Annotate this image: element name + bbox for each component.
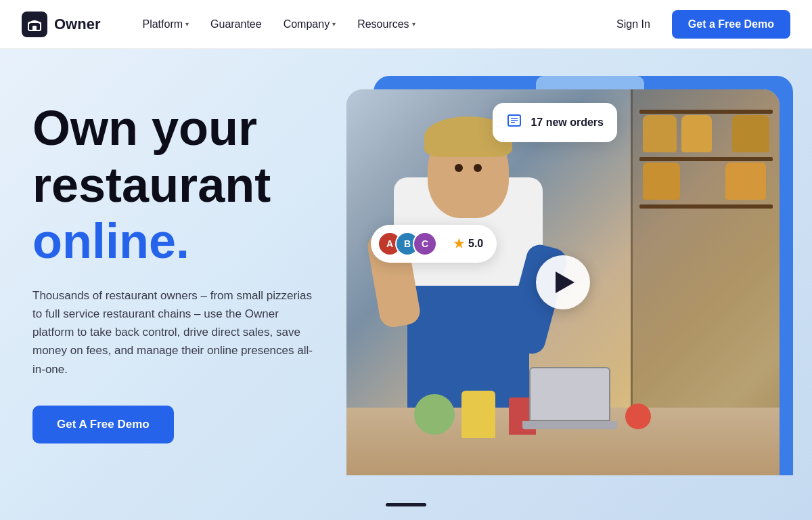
star-icon: ★ bbox=[453, 236, 464, 251]
orders-badge: 17 new orders bbox=[493, 103, 617, 142]
rating-badge: A B C ★ 5.0 bbox=[371, 225, 497, 263]
hero-left: Own your restaurant online. Thousands of… bbox=[32, 89, 357, 520]
nav-company[interactable]: Company ▾ bbox=[274, 13, 345, 36]
video-thumbnail[interactable] bbox=[346, 89, 780, 475]
play-icon bbox=[556, 272, 574, 293]
platform-chevron-icon: ▾ bbox=[185, 20, 189, 28]
scroll-indicator bbox=[386, 503, 426, 506]
hero-subtitle: Thousands of restaurant owners – from sm… bbox=[32, 286, 317, 378]
nav-resources-label: Resources bbox=[357, 18, 409, 30]
hero-title-line1: Own your bbox=[32, 103, 357, 154]
hero-title-block: Own your restaurant online. bbox=[32, 103, 357, 286]
play-button[interactable] bbox=[536, 255, 590, 309]
nav-guarantee-label: Guarantee bbox=[210, 18, 262, 30]
avatar-3: C bbox=[413, 232, 437, 256]
star-rating: ★ 5.0 bbox=[453, 236, 483, 251]
nav-links: Platform ▾ Guarantee Company ▾ Resources… bbox=[133, 13, 606, 36]
nav-platform-label: Platform bbox=[142, 18, 183, 30]
nav-platform[interactable]: Platform ▾ bbox=[133, 13, 198, 36]
orders-text: 17 new orders bbox=[531, 116, 604, 129]
nav-company-label: Company bbox=[284, 18, 330, 30]
hero-title-online: online. bbox=[32, 216, 357, 267]
logo-icon bbox=[22, 12, 47, 37]
nav-right: Sign In Get a Free Demo bbox=[606, 10, 790, 39]
resources-chevron-icon: ▾ bbox=[412, 20, 415, 28]
hero-title-line2: restaurant bbox=[32, 160, 357, 211]
navbar: Owner Platform ▾ Guarantee Company ▾ Res… bbox=[0, 0, 812, 49]
hero-right: 17 new orders A B C ★ 5.0 bbox=[384, 89, 780, 520]
logo[interactable]: Owner bbox=[22, 12, 100, 37]
rating-value: 5.0 bbox=[468, 238, 483, 250]
svg-rect-1 bbox=[32, 26, 37, 30]
review-avatars: A B C bbox=[378, 232, 437, 256]
orders-icon bbox=[506, 112, 522, 133]
logo-text: Owner bbox=[54, 16, 100, 33]
nav-resources[interactable]: Resources ▾ bbox=[348, 13, 424, 36]
hero-cta-button[interactable]: Get A Free Demo bbox=[32, 406, 174, 443]
get-demo-button[interactable]: Get a Free Demo bbox=[672, 10, 790, 39]
nav-guarantee[interactable]: Guarantee bbox=[201, 13, 271, 36]
hero-section: Own your restaurant online. Thousands of… bbox=[0, 49, 812, 520]
company-chevron-icon: ▾ bbox=[332, 20, 336, 28]
signin-button[interactable]: Sign In bbox=[606, 13, 661, 36]
